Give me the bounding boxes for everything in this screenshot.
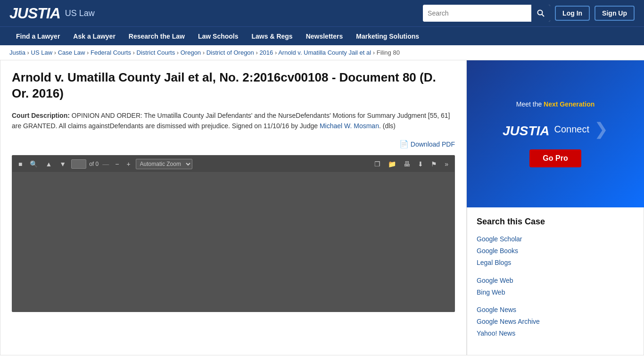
search-link-group-2: Google Web Bing Web (477, 275, 634, 298)
pdf-body (12, 173, 454, 312)
download-pdf-area: 📄 Download PDF (12, 140, 455, 148)
header-right: Log In Sign Up (423, 5, 635, 22)
content-main: Arnold v. Umatilla County Jail et al, No… (0, 60, 467, 355)
search-link-group-1: Google Scholar Google Books Legal Blogs (477, 233, 634, 269)
ad-brand: JUSTIA (503, 123, 550, 139)
pdf-sidebar-toggle[interactable]: ■ (16, 159, 25, 169)
main-content: Arnold v. Umatilla County Jail et al, No… (0, 60, 644, 355)
pdf-open-file[interactable]: 📁 (386, 159, 398, 169)
google-books-link[interactable]: Google Books (477, 245, 634, 257)
google-news-link[interactable]: Google News (477, 304, 634, 316)
pdf-next-page[interactable]: ▼ (57, 159, 68, 169)
search-input[interactable] (423, 5, 531, 22)
breadcrumb-2016[interactable]: 2016 (259, 49, 273, 56)
breadcrumb-district-courts[interactable]: District Courts (137, 49, 175, 56)
pdf-zoom-in[interactable]: + (124, 159, 132, 169)
header: JUSTIA US Law Log In Sign Up (0, 0, 644, 26)
legal-blogs-link[interactable]: Legal Blogs (477, 257, 634, 269)
download-pdf-label: Download PDF (411, 140, 455, 148)
pdf-icon: 📄 (399, 140, 409, 148)
breadcrumb-district-oregon[interactable]: District of Oregon (206, 49, 254, 56)
search-box (423, 5, 550, 22)
court-desc-suffix: . (dls) (379, 122, 396, 130)
case-title: Arnold v. Umatilla County Jail et al, No… (12, 70, 455, 102)
nav-newsletters[interactable]: Newsletters (299, 27, 350, 46)
judge-link[interactable]: Michael W. Mosman (320, 122, 379, 130)
google-scholar-link[interactable]: Google Scholar (477, 233, 634, 245)
svg-point-0 (538, 10, 543, 15)
ad-next-gen: Next Generation (544, 100, 594, 108)
google-web-link[interactable]: Google Web (477, 275, 634, 287)
yahoo-news-link[interactable]: Yahoo! News (477, 328, 634, 339)
breadcrumb-oregon[interactable]: Oregon (181, 49, 201, 56)
pdf-page-input[interactable]: 0 (71, 159, 86, 169)
breadcrumb-current: Filing 80 (377, 49, 400, 56)
nav-law-schools[interactable]: Law Schools (191, 27, 245, 46)
nav-marketing[interactable]: Marketing Solutions (349, 27, 426, 46)
login-button[interactable]: Log In (555, 6, 590, 21)
breadcrumb-caselaw[interactable]: Case Law (58, 49, 85, 56)
go-pro-button[interactable]: Go Pro (529, 149, 581, 167)
ad-meet-text: Meet the Next Generation (516, 100, 595, 108)
search-link-group-3: Google News Google News Archive Yahoo! N… (477, 304, 634, 340)
nav-ask-lawyer[interactable]: Ask a Lawyer (66, 27, 122, 46)
breadcrumb-case-name[interactable]: Arnold v. Umatilla County Jail et al (278, 49, 371, 56)
main-nav: Find a Lawyer Ask a Lawyer Research the … (0, 26, 644, 45)
google-news-archive-link[interactable]: Google News Archive (477, 316, 634, 328)
nav-find-lawyer[interactable]: Find a Lawyer (9, 27, 66, 46)
svg-line-1 (542, 15, 545, 17)
pdf-fullscreen[interactable]: ❐ (372, 159, 383, 169)
pdf-zoom-out[interactable]: − (113, 159, 121, 169)
nav-research-law[interactable]: Research the Law (122, 27, 191, 46)
download-pdf-link[interactable]: 📄 Download PDF (399, 140, 455, 148)
search-case-title: Search this Case (477, 217, 634, 227)
sidebar-right: Meet the Next Generation JUSTIA Connect … (467, 60, 644, 355)
search-button[interactable] (531, 5, 550, 22)
pdf-viewer: ■ 🔍 ▲ ▼ 0 of 0 — − + Automatic Zoom ❐ 📁 … (12, 155, 455, 312)
pdf-bookmark[interactable]: ⚑ (429, 159, 439, 169)
sidebar-search-case: Search this Case Google Scholar Google B… (467, 207, 644, 355)
pdf-print[interactable]: 🖶 (401, 159, 413, 169)
pdf-zoom-select[interactable]: Automatic Zoom (136, 159, 192, 169)
nav-laws-regs[interactable]: Laws & Regs (245, 27, 299, 46)
pdf-prev-page[interactable]: ▲ (43, 159, 54, 169)
bing-web-link[interactable]: Bing Web (477, 287, 634, 298)
court-desc-label: Court Description: (12, 112, 70, 119)
breadcrumb: Justia › US Law › Case Law › Federal Cou… (0, 45, 644, 60)
sidebar-ad: Meet the Next Generation JUSTIA Connect … (467, 60, 644, 207)
signup-button[interactable]: Sign Up (594, 6, 635, 21)
breadcrumb-uslaw[interactable]: US Law (31, 49, 53, 56)
pdf-page-total: of 0 (89, 161, 99, 167)
pdf-download[interactable]: ⬇ (415, 159, 426, 169)
site-name: US Law (65, 8, 95, 18)
breadcrumb-federal-courts[interactable]: Federal Courts (91, 49, 131, 56)
justia-logo: JUSTIA (9, 5, 60, 22)
ad-chevron-icon: ❯ (594, 119, 608, 139)
pdf-search-btn[interactable]: 🔍 (27, 159, 40, 169)
search-icon (537, 9, 545, 17)
breadcrumb-justia[interactable]: Justia (9, 49, 25, 56)
logo-area: JUSTIA US Law (9, 5, 95, 22)
pdf-more[interactable]: » (442, 159, 451, 169)
pdf-toolbar: ■ 🔍 ▲ ▼ 0 of 0 — − + Automatic Zoom ❐ 📁 … (12, 156, 454, 173)
court-description: Court Description: OPINION AND ORDER: Th… (12, 110, 455, 132)
ad-connect: Connect (554, 124, 590, 135)
